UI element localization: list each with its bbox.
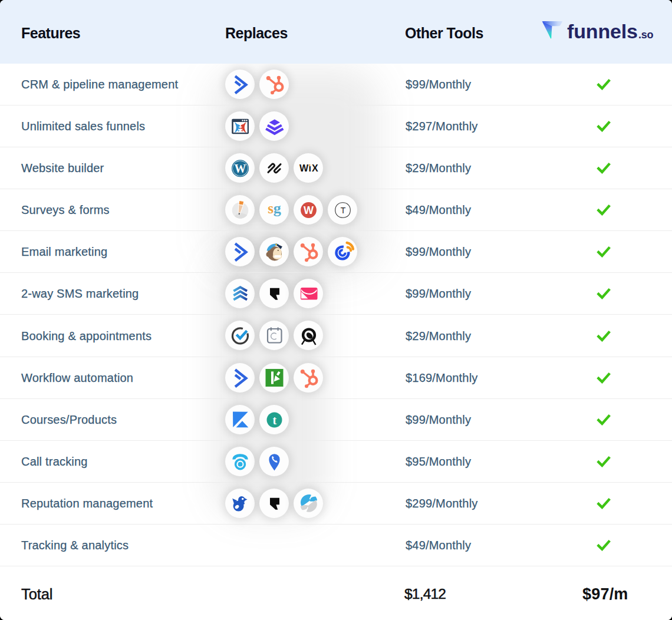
svg-text:W: W xyxy=(235,162,246,175)
svg-text:g: g xyxy=(274,200,281,217)
svg-text:t: t xyxy=(272,413,276,426)
svg-text:X: X xyxy=(312,163,318,173)
svg-text:T: T xyxy=(341,206,346,215)
svg-text:W: W xyxy=(304,205,314,216)
svg-text:W: W xyxy=(299,163,309,173)
svg-text:s: s xyxy=(268,201,274,217)
